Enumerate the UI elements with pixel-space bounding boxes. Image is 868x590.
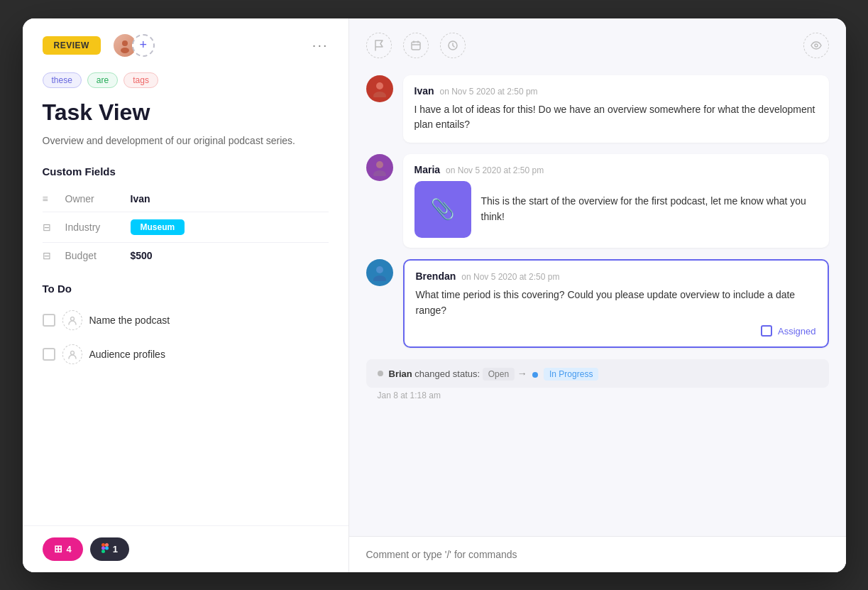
svg-rect-7 (101, 550, 105, 553)
tag-these[interactable]: these (43, 72, 82, 88)
tags-row: these are tags (23, 70, 348, 97)
todo-item-2: Audience profiles (43, 337, 329, 371)
status-to: In Progress (544, 368, 598, 381)
svg-point-2 (70, 317, 74, 320)
svg-rect-9 (412, 42, 420, 50)
owner-label: Owner (65, 193, 122, 204)
comment-text-brendan: What time period is this covering? Could… (416, 288, 816, 318)
task-description: Overview and development of our original… (23, 133, 348, 163)
custom-fields: ≡ Owner Ivan ⊟ Industry Museum ⊟ Budget … (23, 186, 348, 268)
svg-point-17 (373, 275, 386, 281)
svg-rect-6 (101, 546, 105, 550)
notion-count: 4 (67, 544, 72, 555)
field-budget: ⊟ Budget $500 (43, 243, 329, 268)
tag-are[interactable]: are (87, 72, 118, 88)
todo-section-title: To Do (23, 280, 348, 303)
industry-value[interactable]: Museum (131, 219, 185, 235)
comment-header-maria: Maria on Nov 5 2020 at 2:50 pm (414, 164, 818, 175)
comment-author-ivan: Ivan (414, 85, 434, 97)
clock-icon[interactable] (440, 33, 466, 58)
svg-point-8 (105, 546, 109, 550)
figma-count: 1 (113, 544, 118, 555)
field-owner: ≡ Owner Ivan (43, 186, 329, 212)
figma-icon (101, 543, 109, 555)
comment-time-ivan: on Nov 5 2020 at 2:50 pm (440, 87, 538, 97)
svg-point-0 (122, 40, 128, 46)
todo-text-2: Audience profiles (89, 349, 165, 360)
comment-body-brendan: Brendan on Nov 5 2020 at 2:50 pm What ti… (403, 259, 829, 348)
notion-badge[interactable]: ⊞ 4 (43, 537, 83, 561)
avatar-ivan (366, 75, 393, 102)
right-toolbar (349, 18, 846, 70)
notion-icon: ⊞ (54, 543, 62, 555)
status-from: Open (483, 368, 515, 381)
todo-avatar-icon-2 (62, 344, 82, 364)
budget-icon: ⊟ (43, 250, 57, 261)
left-header: REVIEW + ··· (23, 18, 348, 70)
svg-point-12 (376, 82, 383, 89)
status-dot-left (378, 371, 383, 376)
comment-body-ivan: Ivan on Nov 5 2020 at 2:50 pm I have a l… (403, 75, 829, 143)
task-title: Task View (23, 97, 348, 133)
comment-input-area (349, 536, 846, 572)
comment-text-maria: This is the start of the overview for th… (481, 194, 818, 224)
svg-rect-4 (101, 543, 105, 547)
comment-text-ivan: I have a lot of ideas for this! Do we ha… (414, 102, 818, 133)
owner-icon: ≡ (43, 193, 57, 204)
comment-body-maria: Maria on Nov 5 2020 at 2:50 pm 📎 This is… (403, 154, 829, 248)
svg-point-15 (373, 170, 386, 176)
eye-icon[interactable] (803, 33, 829, 58)
status-author: Brian (389, 368, 412, 379)
comment-brendan: Brendan on Nov 5 2020 at 2:50 pm What ti… (366, 259, 829, 348)
more-menu-button[interactable]: ··· (312, 37, 329, 53)
industry-label: Industry (65, 222, 122, 233)
field-industry: ⊟ Industry Museum (43, 212, 329, 243)
assigned-checkbox[interactable] (761, 325, 772, 337)
budget-value: $500 (131, 250, 153, 261)
comment-ivan: Ivan on Nov 5 2020 at 2:50 pm I have a l… (366, 75, 829, 143)
assigned-label: Assigned (778, 326, 815, 337)
avatar-maria (366, 154, 393, 181)
left-footer: ⊞ 4 1 (23, 525, 348, 572)
status-change-container: Brian changed status: Open → In Progress… (366, 359, 829, 400)
todo-checkbox-1[interactable] (43, 314, 55, 327)
svg-point-14 (376, 161, 383, 168)
comment-header-brendan: Brendan on Nov 5 2020 at 2:50 pm (416, 271, 816, 282)
comment-header-ivan: Ivan on Nov 5 2020 at 2:50 pm (414, 85, 818, 97)
status-arrow: → (517, 368, 527, 379)
todo-text-1: Name the podcast (89, 315, 170, 326)
comments-area: Ivan on Nov 5 2020 at 2:50 pm I have a l… (349, 70, 846, 536)
todo-section: Name the podcast Audience profiles (23, 303, 348, 525)
figma-badge[interactable]: 1 (90, 537, 129, 561)
comment-time-brendan: on Nov 5 2020 at 2:50 pm (461, 272, 559, 282)
todo-avatar-icon-1 (62, 310, 82, 330)
todo-item-1: Name the podcast (43, 303, 329, 337)
review-badge: REVIEW (43, 36, 101, 55)
avatar-group: + (112, 33, 155, 58)
comment-author-brendan: Brendan (416, 271, 456, 282)
calendar-icon[interactable] (403, 33, 429, 58)
svg-rect-5 (105, 543, 109, 547)
svg-point-3 (70, 351, 74, 354)
svg-point-13 (373, 92, 386, 97)
owner-value: Ivan (131, 193, 150, 204)
svg-point-16 (376, 266, 383, 273)
app-container: REVIEW + ··· these are tags Task View (23, 18, 846, 572)
tag-tags[interactable]: tags (123, 72, 158, 88)
status-dot-right (532, 372, 538, 378)
custom-fields-title: Custom Fields (23, 163, 348, 186)
todo-checkbox-2[interactable] (43, 348, 55, 361)
industry-icon: ⊟ (43, 222, 57, 233)
add-assignee-button[interactable]: + (132, 34, 155, 57)
flag-icon[interactable] (366, 33, 392, 58)
comment-author-maria: Maria (414, 164, 441, 175)
status-action: changed status: (414, 368, 480, 379)
comment-time-maria: on Nov 5 2020 at 2:50 pm (446, 165, 544, 175)
comment-content-maria: 📎 This is the start of the overview for … (414, 181, 818, 238)
attachment-thumb[interactable]: 📎 (414, 181, 471, 238)
budget-label: Budget (65, 250, 122, 261)
comment-input[interactable] (366, 549, 829, 560)
right-panel: Ivan on Nov 5 2020 at 2:50 pm I have a l… (349, 18, 846, 572)
status-change: Brian changed status: Open → In Progress (366, 359, 829, 388)
left-panel: REVIEW + ··· these are tags Task View (23, 18, 349, 572)
